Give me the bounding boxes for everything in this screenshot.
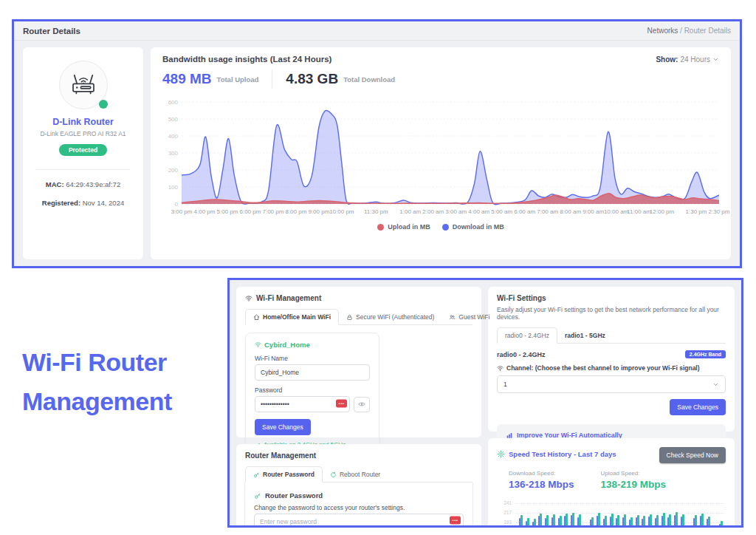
tab-radio1[interactable]: radio1 - 5GHz <box>557 327 613 344</box>
upload-bar <box>695 515 697 528</box>
channel-select[interactable]: 1 <box>497 375 726 393</box>
speed-bar-slot <box>588 500 595 528</box>
speed-bar-slot <box>576 500 583 528</box>
download-speed-value: 136-218 Mbps <box>509 479 574 490</box>
router-details-panel: Router Details Networks / Router Details <box>12 19 742 268</box>
upload-bar <box>520 515 523 528</box>
x-tick-label: 2:00 am <box>422 208 444 215</box>
y-tick-label: 600 <box>168 99 178 106</box>
upload-bar <box>624 514 626 528</box>
password-label: Password <box>255 386 370 394</box>
y-tick-label: 100 <box>168 184 178 191</box>
wifi-settings-description: Easily adjust your Wi-Fi settings to get… <box>497 306 726 321</box>
wifi-icon <box>245 295 252 302</box>
y-tick-label: 241 <box>497 500 512 505</box>
y-tick-label: 200 <box>168 167 178 174</box>
tab-reboot-router[interactable]: Reboot Router <box>323 466 388 483</box>
save-wifi-button[interactable]: Save Changes <box>255 419 311 435</box>
device-model: D-Link EAGLE PRO AI R32 A1 <box>30 130 136 137</box>
tab-router-password[interactable]: Router Password <box>245 466 323 483</box>
tab-radio0[interactable]: radio0 - 2.4GHz <box>497 327 557 344</box>
upload-bar <box>708 517 710 528</box>
upload-bar <box>598 513 600 528</box>
tab-secure-wifi[interactable]: Secure WiFi (Authenticated) <box>339 309 441 325</box>
page-heading: Wi-Fi Router Management <box>22 343 172 420</box>
router-password-title: Router Password <box>265 491 323 500</box>
breadcrumb-networks[interactable]: Networks <box>647 27 678 35</box>
new-router-password-input[interactable] <box>254 514 464 528</box>
show-password-button[interactable] <box>354 397 370 412</box>
page-heading-line1: Wi-Fi Router <box>22 343 172 382</box>
upload-bar <box>540 514 542 528</box>
speed-bar-slot <box>602 500 608 528</box>
breadcrumb-separator: / <box>678 27 684 35</box>
home-icon <box>253 314 260 321</box>
speed-bar-slot <box>647 500 653 528</box>
x-tick-label: 7:00 pm <box>262 208 284 215</box>
upload-bar <box>701 514 704 528</box>
online-status-dot <box>99 100 108 109</box>
show-range-dropdown[interactable]: Show: 24 Hours <box>656 55 719 64</box>
upload-bar <box>637 515 639 528</box>
mac-value: 64:29:43:9e:af:72 <box>66 180 120 188</box>
x-tick-label: 12:00 pm <box>650 208 674 215</box>
total-download-label: Total Download <box>343 75 395 84</box>
wifi-management-panel: Wi-Fi Management Home/Office Main WiFi S… <box>227 278 743 528</box>
speed-bar-slot <box>563 500 569 528</box>
x-tick-label: 8:00 pm <box>285 208 306 215</box>
legend-dot-icon <box>442 224 449 231</box>
upload-bar <box>546 515 549 528</box>
x-tick-label: 7:00 am <box>537 208 558 215</box>
reboot-icon <box>330 471 337 478</box>
router-details-header: Router Details Networks / Router Details <box>14 21 740 41</box>
router-management-tabs: Router Password Reboot Router <box>245 466 472 483</box>
x-tick-label: 10:00 am <box>604 208 628 215</box>
upload-bar <box>630 517 633 528</box>
wifi-management-tabs: Home/Office Main WiFi Secure WiFi (Authe… <box>245 308 472 325</box>
speed-bar-slot <box>537 500 543 528</box>
speed-bar-slot <box>712 500 718 528</box>
x-tick-label: 3:00 pm <box>171 208 193 215</box>
upload-bar <box>560 516 562 528</box>
router-password-description: Change the password to access your route… <box>254 504 464 511</box>
registered-value: Nov 14, 2024 <box>83 199 125 207</box>
wifi-management-card: Wi-Fi Management Home/Office Main WiFi S… <box>236 287 481 437</box>
y-tick-label: 500 <box>168 116 178 123</box>
speed-bar-slot <box>621 500 628 528</box>
x-tick-label: 2:30 pm <box>709 208 730 215</box>
y-tick-label: 0 <box>175 201 178 208</box>
speed-bar-slot <box>524 500 531 528</box>
legend-item: Download in MB <box>442 223 504 231</box>
speed-bar-slot <box>705 500 712 528</box>
save-channel-button[interactable]: Save Changes <box>670 399 726 415</box>
tab-home-office-wifi[interactable]: Home/Office Main WiFi <box>245 309 339 325</box>
speed-bar-slot <box>660 500 667 528</box>
wifi-icon <box>497 365 504 372</box>
upload-bar <box>617 515 619 528</box>
status-badge: Protected <box>59 144 107 156</box>
speed-bar-slot <box>518 500 524 528</box>
password-manager-icon: ••• <box>450 517 461 525</box>
speed-bar-slot <box>550 500 557 528</box>
page-title: Router Details <box>23 27 80 35</box>
speed-bar-slot <box>718 500 724 528</box>
speed-test-title: Speed Test History - Last 7 days <box>509 450 616 458</box>
y-tick-label: 300 <box>168 150 178 157</box>
total-upload-label: Total Upload <box>217 75 259 84</box>
upload-bar <box>663 513 665 528</box>
speed-bar-slot <box>543 500 550 528</box>
mac-row: MAC: 64:29:43:9e:af:72 <box>30 180 136 188</box>
y-tick-label: 400 <box>168 133 178 140</box>
wifi-name-label: Wi-Fi Name <box>255 355 370 362</box>
x-tick-label: 6:00 am <box>514 208 535 215</box>
download-speed-stat: Download Speed: 136-218 Mbps <box>509 470 574 490</box>
lock-icon <box>346 314 353 321</box>
speed-bar-slot <box>698 500 705 528</box>
speed-bar-slot <box>569 500 576 528</box>
wifi-name-input[interactable] <box>255 364 370 381</box>
gear-icon <box>497 450 505 458</box>
tab-guest-wifi[interactable]: Guest WiFi <box>441 309 497 325</box>
show-value: 24 Hours <box>680 55 710 64</box>
check-speed-button[interactable]: Check Speed Now <box>659 447 726 463</box>
x-tick-label: 6:00 pm <box>239 208 261 215</box>
